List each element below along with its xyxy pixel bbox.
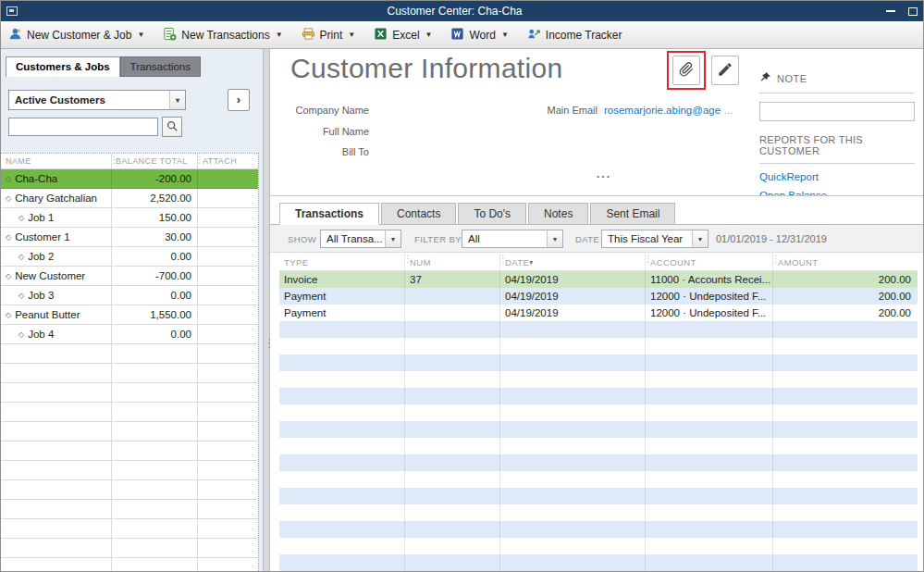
collapse-handle[interactable] <box>597 168 611 180</box>
transaction-row-empty[interactable] <box>279 488 918 504</box>
show-dropdown[interactable]: All Transa... <box>320 230 401 248</box>
tab-to-dos[interactable]: To Do's <box>458 203 526 225</box>
customer-row-empty[interactable] <box>1 364 258 383</box>
quickreport-link[interactable]: QuickReport <box>759 171 915 182</box>
chevron-down-icon[interactable] <box>169 91 185 109</box>
tab-sent-email[interactable]: Sent Email <box>590 203 675 225</box>
customer-row-empty[interactable] <box>1 403 258 422</box>
tab-customers-and-jobs[interactable]: Customers & Jobs <box>6 56 120 77</box>
customer-row-empty[interactable] <box>1 480 258 500</box>
customer-row-empty[interactable] <box>1 422 258 441</box>
transaction-row-empty[interactable] <box>279 421 918 438</box>
search-button[interactable] <box>162 117 182 137</box>
transaction-row[interactable]: Payment04/19/201912000 · Undeposited F..… <box>279 288 918 305</box>
customer-row-empty[interactable] <box>1 539 258 558</box>
new-customer-job-button[interactable]: New Customer & Job ▼ <box>8 27 144 44</box>
new-transactions-button[interactable]: New Transactions ▼ <box>163 27 282 44</box>
print-button[interactable]: Print ▼ <box>302 27 356 44</box>
customer-row-empty[interactable] <box>1 344 258 364</box>
customer-row[interactable]: Job 1150.00 <box>1 208 258 228</box>
transaction-row-empty[interactable] <box>279 521 918 538</box>
edit-customer-button[interactable] <box>711 56 739 85</box>
excel-button[interactable]: Excel ▼ <box>374 27 432 44</box>
expand-panel-button[interactable]: › <box>228 89 250 111</box>
transaction-row-empty[interactable] <box>279 388 918 404</box>
transaction-row[interactable]: Invoice3704/19/201911000 · Accounts Rece… <box>279 271 918 288</box>
customer-search-input[interactable] <box>8 118 158 136</box>
customer-name: New Customer <box>15 270 85 281</box>
tab-transactions-left[interactable]: Transactions <box>120 56 201 77</box>
column-header-amount[interactable]: AMOUNT <box>773 254 918 270</box>
chevron-down-icon[interactable] <box>385 230 400 247</box>
diamond-icon <box>6 311 11 319</box>
customer-row-empty[interactable] <box>1 500 258 519</box>
minimize-icon[interactable] <box>886 10 895 12</box>
customer-row-empty[interactable] <box>1 558 258 572</box>
transaction-row-empty[interactable] <box>279 321 918 338</box>
tab-transactions[interactable]: Transactions <box>279 203 379 225</box>
dropdown-arrow-icon: ▼ <box>348 31 355 39</box>
txn-type: Invoice <box>279 271 405 288</box>
chevron-down-icon[interactable] <box>692 230 708 247</box>
customer-name-cell: Job 3 <box>1 286 112 305</box>
customer-balance: 150.00 <box>112 208 198 227</box>
customer-row-empty[interactable] <box>1 383 258 403</box>
note-input[interactable] <box>759 102 915 121</box>
customer-row[interactable]: Cha-Cha-200.00 <box>1 169 258 189</box>
attach-button[interactable] <box>672 56 700 85</box>
main-email-link[interactable]: rosemarjorie.abing@age <box>604 105 721 116</box>
transaction-row[interactable]: Payment04/19/201912000 · Undeposited F..… <box>279 305 918 321</box>
transaction-row-empty[interactable] <box>279 538 918 554</box>
maximize-icon[interactable] <box>908 7 918 16</box>
word-button[interactable]: Word ▼ <box>450 27 508 44</box>
customer-row-empty[interactable] <box>1 461 258 480</box>
panel-splitter[interactable] <box>263 49 270 572</box>
income-tracker-button[interactable]: Income Tracker <box>527 27 622 44</box>
transaction-row-empty[interactable] <box>279 371 918 388</box>
column-header-balance-total[interactable]: BALANCE TOTAL <box>112 154 198 168</box>
customer-name: Job 1 <box>28 212 54 223</box>
excel-icon <box>374 27 388 44</box>
tab-contacts[interactable]: Contacts <box>381 203 456 225</box>
customer-row[interactable]: Peanut Butter1,550.00 <box>1 305 258 325</box>
active-customers-dropdown[interactable]: Active Customers <box>8 90 186 110</box>
customer-name: Job 2 <box>28 251 54 262</box>
customer-row[interactable]: Job 30.00 <box>1 286 258 305</box>
transaction-row-empty[interactable] <box>279 504 918 521</box>
transaction-row-empty[interactable] <box>279 354 918 371</box>
customer-row[interactable]: New Customer-700.00 <box>1 267 258 286</box>
column-header-attach[interactable]: ATTACH <box>198 154 258 168</box>
transaction-row-empty[interactable] <box>279 338 918 354</box>
toolbar: New Customer & Job ▼ New Transactions ▼ … <box>1 21 923 49</box>
date-label: DATE <box>575 234 599 244</box>
column-header-name[interactable]: NAME <box>1 154 112 168</box>
customer-row[interactable]: Job 40.00 <box>1 325 258 344</box>
customer-row-empty[interactable] <box>1 441 258 461</box>
chevron-down-icon[interactable] <box>547 230 562 247</box>
customer-row-empty[interactable] <box>1 519 258 539</box>
tab-notes[interactable]: Notes <box>528 203 588 225</box>
customer-row[interactable]: Job 20.00 <box>1 247 258 267</box>
customer-row[interactable]: Chary Gatchalian2,520.00 <box>1 189 258 208</box>
column-header-type[interactable]: TYPE <box>279 254 405 270</box>
customer-balance: 0.00 <box>112 286 198 305</box>
transaction-row-empty[interactable] <box>279 438 918 454</box>
filter-by-dropdown[interactable]: All <box>462 230 563 248</box>
customer-row[interactable]: Customer 130.00 <box>1 228 258 247</box>
date-dropdown[interactable]: This Fiscal Year <box>601 230 708 248</box>
transaction-row-empty[interactable] <box>279 471 918 488</box>
column-header-account[interactable]: ACCOUNT <box>646 254 773 270</box>
show-label: SHOW <box>288 234 316 244</box>
dropdown-arrow-icon: ▼ <box>425 31 433 39</box>
company-name-field: Company Name <box>270 105 376 116</box>
transaction-row-empty[interactable] <box>279 404 918 421</box>
customer-balance: 0.00 <box>112 247 198 266</box>
transaction-row-empty[interactable] <box>279 454 918 471</box>
txn-num: 37 <box>405 271 500 288</box>
transaction-row-empty[interactable] <box>279 554 918 571</box>
customer-attach-cell <box>198 286 258 305</box>
column-header-num[interactable]: NUM <box>405 254 500 270</box>
customer-balance: 30.00 <box>112 228 198 246</box>
window-system-icon[interactable] <box>6 6 18 16</box>
column-header-date[interactable]: DATE <box>500 254 646 270</box>
